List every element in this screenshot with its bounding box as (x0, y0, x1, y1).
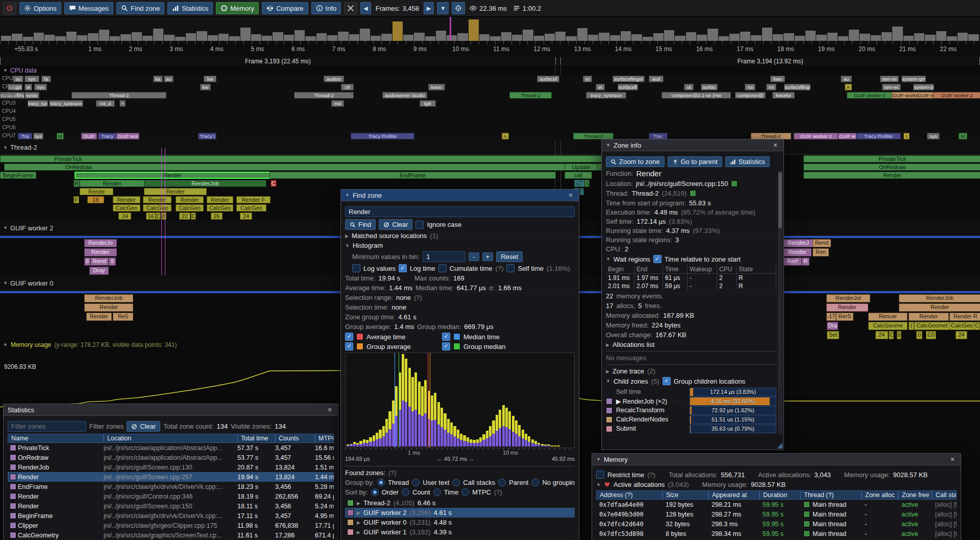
info-button[interactable]: Info (311, 2, 341, 14)
timeline-zone[interactable]: surfaceflinger (612, 76, 645, 82)
frame-time-bar[interactable] (610, 35, 620, 41)
timeline-zone[interactable]: Rerf (783, 257, 802, 266)
frame-time-bar[interactable] (555, 32, 566, 41)
column-header[interactable]: MTPC (315, 434, 334, 443)
timeline-zone[interactable]: C (974, 322, 980, 330)
legend-checkbox[interactable]: ✓ (442, 342, 450, 350)
timeline-zone[interactable]: GUIF wor (116, 133, 139, 139)
timeline-zone[interactable]: GUIF worker 2 (933, 92, 980, 99)
timeline-zone[interactable]: kw (204, 76, 216, 82)
radio-button[interactable] (412, 479, 420, 486)
timeline-zone[interactable]: Ren (813, 248, 829, 256)
frame-time-bar[interactable] (23, 37, 33, 41)
frame-time-bar[interactable] (425, 36, 435, 41)
timeline-zone[interactable]: kwo (770, 76, 785, 82)
timeline-zone[interactable]: S (584, 180, 590, 187)
expand-triangle-icon[interactable]: ▶ (345, 233, 349, 239)
timeline-zone[interactable]: Rend (90, 257, 109, 266)
table-row[interactable]: Renderjni/../jni/src/guif/Screen.cpp:257… (8, 472, 334, 482)
thread-header[interactable]: ▼Thread-2 (0, 140, 980, 155)
frame-time-bar[interactable] (66, 32, 77, 41)
column-header[interactable]: Address (?) (596, 490, 663, 500)
timeline-zone[interactable]: Rende (80, 188, 113, 195)
frame-time-bar[interactable] (936, 31, 946, 41)
timeline-zone[interactable]: CalcGeome (868, 322, 908, 330)
radio-button[interactable] (498, 479, 506, 486)
timeline-zone[interactable]: GUIF (81, 133, 97, 139)
column-header[interactable]: Duration (760, 490, 800, 500)
timeline-zone[interactable]: BeginFrame (0, 172, 36, 179)
frame-time-bar[interactable] (457, 33, 468, 41)
frame-dropdown-button[interactable]: ▼ (437, 2, 449, 14)
found-zone-group[interactable]: ▶GUIF worker 1(3,192)4.39 s (345, 527, 575, 537)
timeline-zone[interactable]: Thread-2 (71, 92, 166, 99)
frame-time-bar[interactable] (295, 30, 305, 41)
timeline-zone[interactable]: C (191, 213, 196, 220)
timeline-zone[interactable]: Render (75, 172, 271, 179)
frame-time-bar[interactable] (240, 28, 251, 41)
timeline-zone[interactable]: CalcGeo (143, 204, 172, 212)
expand-triangle-icon[interactable]: ▶ (357, 530, 360, 535)
wait-regions-label[interactable]: Wait regions (614, 255, 650, 263)
timeline-zone[interactable]: sen-es (882, 84, 901, 90)
allocation-row[interactable]: 0x7e049b3d00128 bytes298.27 ms59.95 sMai… (596, 509, 957, 519)
help-hint[interactable]: (?) (496, 265, 504, 272)
thread-value[interactable]: Thread-2 (632, 190, 659, 197)
child-zone-row[interactable]: RecalcTransform72.92 μs (1.62%) (606, 406, 776, 415)
timeline-zone[interactable]: roi (745, 84, 755, 90)
found-zone-group[interactable]: ▶GUIF worker 0(3,231)4.48 s (345, 518, 575, 527)
timeline-zone[interactable]: Dra (827, 322, 838, 330)
log-time-checkbox[interactable]: ✓ (399, 264, 407, 272)
timeline-zone[interactable]: sys (34, 84, 47, 90)
timeline-zone[interactable]: 8 (897, 331, 902, 339)
allocation-row[interactable]: 0x7dfc42d64032 bytes298.3 ms59.95 sMain … (596, 519, 957, 529)
frame-time-bar[interactable] (653, 33, 664, 41)
timeline-zone[interactable]: surfacef (537, 76, 559, 82)
frame-time-bar[interactable] (110, 36, 120, 41)
timeline-zone[interactable]: Dray (89, 267, 109, 275)
timeline-zone[interactable]: Render (899, 303, 980, 312)
timeline-zone[interactable]: R (74, 180, 80, 187)
child-zone-row[interactable]: Submit35.63 us (0.79%) (606, 424, 776, 433)
child-zones-label[interactable]: Child zones (614, 378, 648, 385)
time-relative-checkbox[interactable]: ✓ (653, 255, 662, 263)
timeline-zone[interactable]: composer@ (735, 92, 766, 99)
timeline-zone[interactable]: kworke (772, 92, 795, 99)
timeline-zone[interactable]: RenderJob (84, 294, 133, 302)
timeline-zone[interactable]: CalcGeo (176, 204, 204, 212)
frame-time-bar[interactable] (164, 35, 174, 41)
table-row[interactable]: RenderJobjni/../jni/src/guif/Screen.cpp:… (8, 462, 334, 472)
timeline-zone[interactable]: Render (86, 313, 112, 321)
find-button[interactable]: Find (345, 219, 376, 230)
frame-time-bar[interactable] (381, 34, 391, 41)
timeline-zone[interactable]: kwoc (428, 84, 445, 90)
timeline-zone[interactable]: ka (153, 76, 163, 82)
frame-time-bar[interactable] (436, 31, 446, 41)
table-row[interactable]: Clipperjni/../jni/src/claw/gfx/geo/Clipp… (8, 521, 334, 530)
frame-time-bar[interactable] (707, 29, 718, 41)
memory-button[interactable]: Memory (216, 2, 259, 14)
table-row[interactable]: EndFramejni/../jni/src/claw/gfx/drv/vk/D… (8, 482, 334, 491)
timeline-zone[interactable]: au (841, 76, 851, 82)
timeline-zone[interactable]: system-grms (901, 76, 926, 82)
frame-time-bar[interactable] (338, 32, 348, 41)
timeline-zone[interactable]: call (565, 172, 592, 179)
timeline-zone[interactable]: Render (113, 196, 140, 203)
timeline-zone[interactable]: audioserver /audio (382, 92, 427, 99)
frame-time-bar[interactable] (12, 34, 22, 41)
timeline-zone[interactable]: Render R (949, 313, 980, 321)
timeline-zone[interactable]: CalcGeo (207, 204, 233, 212)
frame-time-bar[interactable] (371, 36, 381, 41)
timeline-zone[interactable]: cfr (341, 84, 354, 90)
zoom-to-zone-button[interactable]: Zoom to zone (606, 156, 665, 167)
expand-triangle-icon[interactable]: ▶ (357, 510, 360, 515)
timeline-zone[interactable]: + (119, 100, 126, 107)
timeline-zone[interactable]: audios (324, 76, 344, 82)
timeline-zone[interactable]: C (889, 331, 894, 339)
timeline-zone[interactable]: OnRedraw (4, 163, 617, 171)
allocation-row[interactable]: 0x7dfc53d8988 bytes298.34 ms59.95 sMain … (596, 529, 957, 538)
frame-segment[interactable]: Frame 3,193 (22.45 ms) (0, 57, 556, 65)
timeline-zone[interactable]: Re5 (113, 313, 133, 321)
radio-button[interactable] (433, 488, 441, 496)
restrict-time-checkbox[interactable] (596, 471, 604, 479)
